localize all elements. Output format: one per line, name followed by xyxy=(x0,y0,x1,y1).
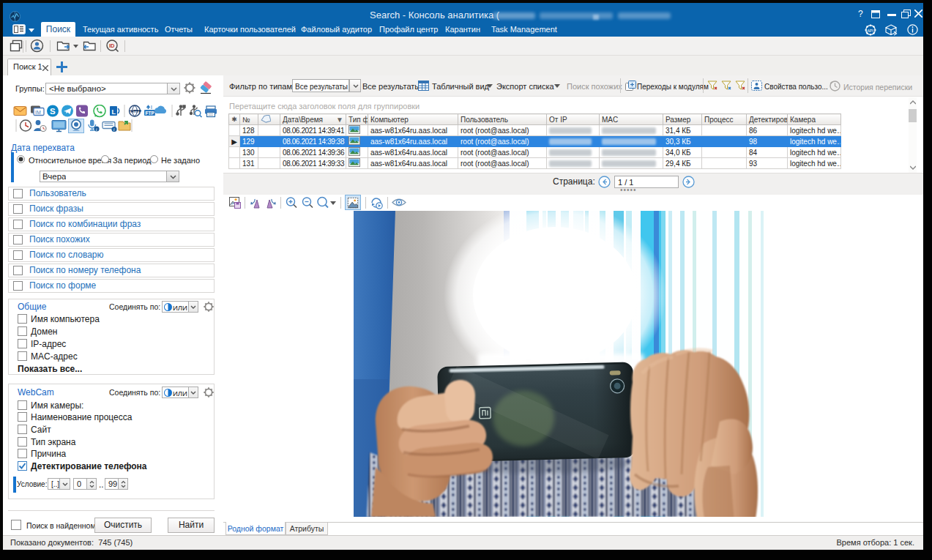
svg-text:L: L xyxy=(112,108,116,116)
svg-text:ID: ID xyxy=(109,42,115,49)
svg-text:IM: IM xyxy=(35,110,41,115)
svg-text:i: i xyxy=(96,127,97,132)
svg-text:HTTP: HTTP xyxy=(131,109,142,113)
svg-text:S: S xyxy=(50,107,56,116)
svg-text:API: API xyxy=(867,29,873,33)
svg-text:FTP: FTP xyxy=(146,111,155,116)
svg-text:i: i xyxy=(113,127,115,132)
